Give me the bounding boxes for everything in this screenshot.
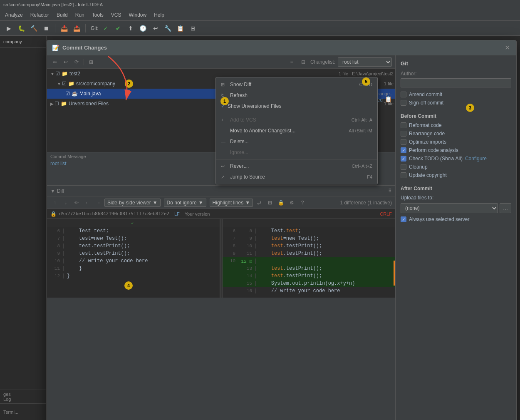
git-settings-button[interactable]: 🔧 <box>163 23 173 34</box>
menu-refactor[interactable]: Refactor <box>27 11 52 19</box>
amend-commit-checkbox[interactable] <box>401 92 406 97</box>
copy-icon[interactable]: 📋 <box>385 96 392 102</box>
reformat-code-checkbox[interactable] <box>401 122 406 128</box>
diff-header: ▼ Diff ⠿ <box>47 186 395 196</box>
upload-select[interactable]: (none) <box>401 203 498 213</box>
always-selected-checkbox[interactable]: ✓ <box>401 216 406 222</box>
upload-dots-button[interactable]: ... <box>500 203 511 213</box>
stop-button[interactable]: ⏹ <box>41 23 52 34</box>
diff-left-pane[interactable]: ✓ 6 Test test; 7 test=new Test(); <box>47 219 220 298</box>
diff-highlight-dropdown[interactable]: Highlight lines ▼ <box>210 199 253 207</box>
perform-analysis-check: ✓ <box>402 148 405 153</box>
project-name: company <box>3 39 43 44</box>
git-revert-button[interactable]: ↩ <box>150 23 161 34</box>
diff-view-btn[interactable]: ⊞ <box>265 198 275 207</box>
diff-linenum-l12: 12 <box>47 273 64 278</box>
ctx-separator-2 <box>216 159 377 159</box>
debug-button[interactable]: 🐛 <box>16 23 27 34</box>
run-button[interactable]: ▶ <box>3 23 14 34</box>
sort-button[interactable]: ≡ <box>287 57 296 67</box>
ctx-refresh[interactable]: ↻ Refresh <box>216 90 377 101</box>
dialog-close-button[interactable]: ✕ <box>503 44 511 52</box>
git-commit-button[interactable]: ✔ <box>113 23 124 34</box>
diff-file-hash: d5a272be1bacb86842190c0817511f7c8eb812e2 <box>59 211 169 216</box>
diff-rlinenum-12b: 12 ☑ <box>239 258 256 264</box>
checkbox-unversioned[interactable]: ☐ <box>54 101 59 107</box>
always-selected-check: ✓ <box>402 217 405 222</box>
ctx-show-unversioned[interactable]: ✓ Show Unversioned Files <box>216 101 377 112</box>
diff-next-btn[interactable]: ↓ <box>61 198 70 207</box>
files-toolbar: ⇐ ↩ ⟳ ⊞ ≡ ⊟ Changelist: root list <box>47 55 395 69</box>
checkbox-src[interactable]: ☑ <box>62 81 67 87</box>
signoff-commit-checkbox[interactable] <box>401 100 406 106</box>
sync-button[interactable]: ⟳ <box>72 57 81 67</box>
diff-edit-btn[interactable]: ✏ <box>72 198 81 207</box>
expand-arrow-unversioned[interactable]: ▶ <box>50 102 54 106</box>
git-check-button[interactable]: ✓ <box>100 23 111 34</box>
diff-expand-arrow[interactable]: ▼ <box>50 188 55 194</box>
diff-content: ✓ 6 Test test; 7 test=new Test(); <box>47 219 395 298</box>
sidebar-tab-ges[interactable]: ges <box>3 392 43 397</box>
menu-build[interactable]: Build <box>53 11 71 19</box>
toolbar: ▶ 🐛 🔨 ⏹ 📥 📤 Git: ✓ ✔ ⬆ 🕐 ↩ 🔧 📋 ⊞ <box>0 21 520 36</box>
terminal-tab[interactable]: Termi... <box>3 410 18 415</box>
optimize-imports-label: Optimize imports <box>409 139 446 145</box>
diff-viewer-arrow: ▼ <box>153 200 158 206</box>
ctx-jump-source[interactable]: ↗ Jump to Source F4 <box>216 171 377 182</box>
build-button[interactable]: 🔨 <box>28 23 39 34</box>
menu-tools[interactable]: Tools <box>89 11 107 19</box>
diff-fwd-btn[interactable]: → <box>94 198 103 207</box>
update-button[interactable]: 📥 <box>59 23 69 34</box>
diff-sync-btn[interactable]: ⇄ <box>255 198 264 207</box>
diff-right-pane[interactable]: 6 8 Test.test; 7 9 test=new Test(); <box>223 219 395 298</box>
diff-lock-btn[interactable]: 🔒 <box>276 198 285 207</box>
git-history-button[interactable]: 🕐 <box>138 23 149 34</box>
checkbox-test2[interactable]: ☑ <box>55 71 60 77</box>
ctx-jump-source-shortcut: F4 <box>367 174 372 179</box>
menu-run[interactable]: Run <box>72 11 88 19</box>
diff-rlinenum-8a: 8 <box>223 244 239 249</box>
filter-button[interactable]: ⊟ <box>299 57 308 67</box>
expand-arrow-test2[interactable]: ▼ <box>50 72 54 76</box>
expand-all-button[interactable]: ⇐ <box>50 57 59 67</box>
diff-prev-btn[interactable]: ↑ <box>50 198 59 207</box>
expand-arrow-src[interactable]: ▼ <box>57 82 61 86</box>
diff-resize-handle[interactable]: ⠿ <box>388 188 392 194</box>
diff-help-btn[interactable]: ? <box>298 198 307 207</box>
update-copyright-checkbox[interactable] <box>401 172 406 178</box>
diff-viewer-dropdown[interactable]: Side-by-side viewer ▼ <box>104 199 161 207</box>
diff-back-btn[interactable]: ← <box>83 198 92 207</box>
menu-window[interactable]: Window <box>125 11 150 19</box>
toolbar-separator-1 <box>55 24 55 32</box>
git-push-button[interactable]: ⬆ <box>125 23 136 34</box>
diff-settings-btn[interactable]: ⚙ <box>287 198 296 207</box>
git-branch-button[interactable]: ⊞ <box>188 23 198 34</box>
tree-info-src: 1 file <box>384 81 394 86</box>
menu-help[interactable]: Help <box>151 11 168 19</box>
changelist-select[interactable]: root list <box>338 57 392 67</box>
ctx-revert[interactable]: ↩ Revert... Ctrl+Alt+Z <box>216 161 377 171</box>
check-todo-checkbox[interactable]: ✓ <box>401 156 406 162</box>
menu-analyze[interactable]: Analyze <box>2 11 26 19</box>
diff-rcontent-6: test.testPrint(); <box>256 266 322 271</box>
optimize-imports-checkbox[interactable] <box>401 139 406 145</box>
checkbox-main[interactable]: ☑ <box>65 91 70 97</box>
perform-analysis-checkbox[interactable]: ✓ <box>401 147 406 153</box>
dialog-body: ⇐ ↩ ⟳ ⊞ ≡ ⊟ Changelist: root list <box>47 55 516 420</box>
diff-rline-9: 16 // write your code here <box>223 287 395 295</box>
menu-vcs[interactable]: VCS <box>108 11 125 19</box>
author-input[interactable] <box>401 78 511 87</box>
configure-link[interactable]: Configure <box>465 156 487 162</box>
rearrange-code-checkbox[interactable] <box>401 131 406 137</box>
menu-bar: Analyze Refactor Build Run Tools VCS Win… <box>0 9 520 21</box>
sidebar-tab-log[interactable]: Log <box>3 397 43 402</box>
ctx-move-changelist[interactable]: Move to Another Changelist... Alt+Shift+… <box>216 125 377 136</box>
diff-ignore-dropdown[interactable]: Do not ignore ▼ <box>164 199 206 207</box>
cleanup-checkbox[interactable] <box>401 164 406 170</box>
git-extra-button[interactable]: 📋 <box>175 23 186 34</box>
ctx-show-diff[interactable]: ⊞ Show Diff Ctrl+D <box>216 79 377 90</box>
group-button[interactable]: ⊞ <box>87 57 96 67</box>
commit-button[interactable]: 📤 <box>71 23 82 34</box>
refresh-button[interactable]: ↩ <box>61 57 70 67</box>
ctx-delete[interactable]: — Delete... <box>216 136 377 147</box>
